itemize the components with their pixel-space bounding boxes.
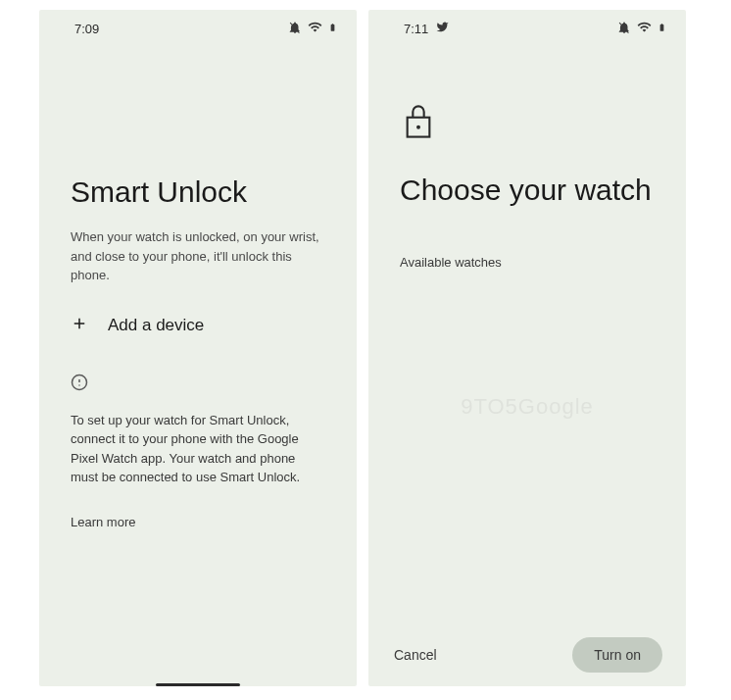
nav-indicator: [156, 683, 240, 686]
dnd-icon: [617, 21, 631, 37]
wifi-icon: [637, 20, 652, 37]
wifi-icon: [308, 20, 322, 37]
status-bar: 7:09: [39, 10, 357, 43]
add-device-button[interactable]: Add a device: [71, 315, 325, 336]
status-bar: 7:11: [368, 10, 686, 43]
twitter-icon: [436, 21, 449, 36]
battery-icon: [658, 21, 666, 37]
svg-point-2: [78, 384, 80, 386]
phone-screen-choose-watch: 7:11 Choose your watch Avai: [368, 10, 686, 686]
status-right: [288, 20, 337, 37]
battery-icon: [328, 21, 337, 37]
lock-icon: [402, 102, 655, 145]
page-title: Smart Unlock: [71, 175, 325, 210]
content-area: Smart Unlock When your watch is unlocked…: [39, 43, 357, 686]
info-icon: [71, 374, 325, 395]
status-right: [617, 20, 666, 37]
button-bar: Cancel Turn on: [368, 637, 686, 682]
status-time: 7:09: [74, 22, 99, 36]
page-description: When your watch is unlocked, on your wri…: [71, 227, 325, 285]
dnd-icon: [288, 21, 302, 37]
cancel-button[interactable]: Cancel: [392, 637, 439, 673]
content-area: Choose your watch Available watches: [368, 43, 686, 686]
learn-more-link[interactable]: Learn more: [71, 515, 325, 529]
status-time: 7:11: [404, 22, 428, 36]
page-title: Choose your watch: [400, 173, 655, 208]
plus-icon: [71, 315, 88, 336]
status-left: 7:09: [74, 22, 99, 36]
phone-screen-smart-unlock: 7:09 Smart Unlock When your watch is unl…: [39, 10, 357, 686]
add-device-label: Add a device: [108, 316, 204, 335]
status-left: 7:11: [404, 21, 449, 36]
available-watches-label: Available watches: [400, 255, 655, 270]
turn-on-button[interactable]: Turn on: [572, 637, 662, 673]
svg-point-4: [416, 125, 420, 129]
setup-info-text: To set up your watch for Smart Unlock, c…: [71, 411, 325, 487]
